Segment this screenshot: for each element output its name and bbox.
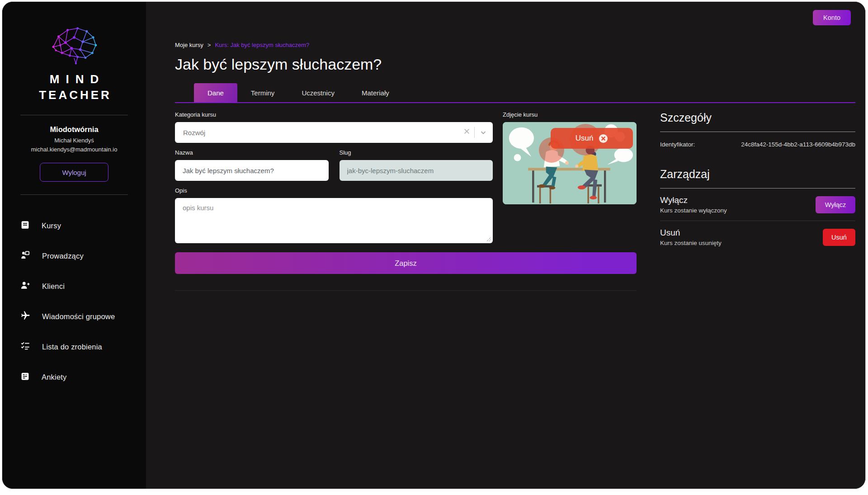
breadcrumb-separator: > [208, 42, 211, 48]
identifier-row: Identyfikator: 24c8fa42-155d-4bb2-a113-6… [660, 141, 855, 148]
sidebar-item-label: Lista do zrobienia [42, 343, 102, 351]
sidebar-item-kursy[interactable]: Kursy [2, 217, 146, 235]
course-form: Kategoria kursu Rozwój [175, 111, 637, 291]
breadcrumb-current-link[interactable]: Kurs: Jak być lepszym słuchaczem? [215, 42, 309, 48]
category-selected-value: Rozwój [183, 129, 205, 137]
sidebar-item-label: Prowadzący [42, 252, 84, 260]
clear-icon[interactable] [463, 128, 470, 135]
tab-dane[interactable]: Dane [194, 83, 237, 102]
disable-course-row: Wyłącz Kurs zostanie wyłączony Wyłącz [660, 189, 855, 221]
airplane-icon [20, 311, 30, 322]
select-divider [474, 127, 475, 138]
course-image-section: Zdjęcie kursu [503, 111, 637, 243]
slug-label: Slug [340, 149, 493, 156]
name-label: Nazwa [175, 149, 329, 156]
main-area: Konto Moje kursy > Kurs: Jak być lepszym… [146, 2, 865, 489]
details-heading: Szczegóły [660, 111, 855, 124]
sidebar-item-wiadomosci[interactable]: Wiadomości grupowe [2, 307, 146, 325]
remove-image-label: Usuń [576, 134, 594, 143]
presenter-icon [20, 250, 30, 262]
slug-input [340, 160, 493, 181]
chevron-down-icon[interactable] [479, 128, 487, 137]
logo-text-mind: MIND [2, 72, 146, 86]
book-icon [20, 220, 30, 231]
content: Moje kursy > Kurs: Jak być lepszym słuch… [146, 2, 865, 291]
category-label: Kategoria kursu [175, 111, 493, 118]
page: MIND TEACHER Miodotwórnia Michał Kiendyś… [0, 0, 868, 495]
sidebar-divider-bottom [20, 194, 128, 195]
page-title: Jak być lepszym słuchaczem? [175, 56, 855, 73]
name-input[interactable] [175, 160, 329, 181]
app-window: MIND TEACHER Miodotwórnia Michał Kiendyś… [2, 1, 866, 489]
delete-course-row: Usuń Kurs zostanie usunięty Usuń [660, 221, 855, 253]
delete-description: Kurs zostanie usunięty [660, 240, 722, 246]
sidebar-item-label: Klienci [42, 282, 65, 291]
user-email: michal.kiendys@madmountain.io [2, 146, 146, 153]
identifier-label: Identyfikator: [660, 141, 695, 148]
disable-description: Kurs zostanie wyłączony [660, 207, 727, 214]
survey-icon [20, 372, 30, 383]
person-add-icon [20, 280, 30, 292]
breadcrumb-root-link[interactable]: Moje kursy [175, 42, 203, 48]
remove-image-button[interactable]: Usuń [551, 128, 633, 149]
logout-button[interactable]: Wyloguj [40, 163, 108, 182]
details-panel: Szczegóły Identyfikator: 24c8fa42-155d-4… [660, 111, 855, 291]
brain-network-icon [45, 24, 103, 66]
identifier-value: 24c8fa42-155d-4bb2-a113-6609b4b973db [741, 141, 855, 148]
details-divider [660, 132, 855, 132]
course-image: Usuń [503, 122, 637, 204]
sidebar-item-label: Kursy [42, 222, 61, 230]
description-textarea[interactable] [175, 198, 493, 243]
profile-block: Miodotwórnia Michał Kiendyś michal.kiend… [2, 125, 146, 182]
user-name: Michał Kiendyś [2, 137, 146, 144]
sidebar-item-klienci[interactable]: Klienci [2, 277, 146, 295]
sidebar-item-label: Ankiety [42, 373, 67, 382]
breadcrumb: Moje kursy > Kurs: Jak być lepszym słuch… [175, 42, 855, 48]
sidebar-nav: Kursy Prowadzący Klienci Wiadomości grup… [2, 217, 146, 386]
delete-course-button[interactable]: Usuń [823, 229, 855, 246]
image-label: Zdjęcie kursu [503, 111, 637, 118]
disable-course-button[interactable]: Wyłącz [816, 196, 855, 213]
sidebar-item-lista[interactable]: Lista do zrobienia [2, 338, 146, 356]
form-divider [175, 290, 637, 291]
disable-title: Wyłącz [660, 195, 727, 205]
save-button[interactable]: Zapisz [175, 252, 637, 274]
logo: MIND TEACHER [2, 2, 146, 102]
tab-uczestnicy[interactable]: Uczestnicy [288, 83, 348, 102]
description-label: Opis [175, 187, 493, 194]
sidebar-item-label: Wiadomości grupowe [42, 312, 115, 321]
category-select[interactable]: Rozwój [175, 122, 493, 143]
tab-bar: Dane Terminy Uczestnicy Materiały [175, 83, 855, 103]
sidebar-item-ankiety[interactable]: Ankiety [2, 368, 146, 386]
sidebar: MIND TEACHER Miodotwórnia Michał Kiendyś… [2, 2, 146, 489]
logo-text-teacher: TEACHER [2, 88, 146, 102]
delete-title: Usuń [660, 228, 722, 238]
sidebar-divider-top [20, 115, 128, 115]
tab-materialy[interactable]: Materiały [348, 83, 403, 102]
organization-name: Miodotwórnia [2, 125, 146, 134]
tab-terminy[interactable]: Terminy [237, 83, 288, 102]
sidebar-item-prowadzacy[interactable]: Prowadzący [2, 247, 146, 265]
manage-heading: Zarządzaj [660, 168, 855, 181]
close-circle-icon [599, 134, 608, 143]
checklist-icon [20, 341, 30, 353]
account-button[interactable]: Konto [813, 10, 851, 25]
